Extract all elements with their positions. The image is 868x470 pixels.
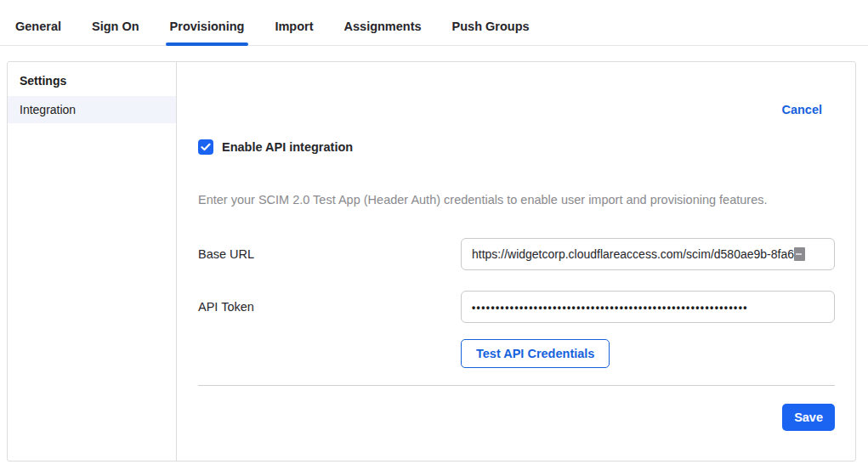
api-token-row: API Token ••••••••••••••••••••••••••••••… <box>198 291 835 323</box>
credentials-description: Enter your SCIM 2.0 Test App (Header Aut… <box>198 193 835 207</box>
test-credentials-row: Test API Credentials <box>198 339 835 368</box>
base-url-value: https://widgetcorp.cloudflareaccess.com/… <box>472 247 794 261</box>
base-url-row: Base URL https://widgetcorp.cloudflareac… <box>198 238 835 270</box>
sidebar-header-settings: Settings <box>8 72 176 96</box>
save-button[interactable]: Save <box>782 404 835 431</box>
base-url-label: Base URL <box>198 247 461 261</box>
form-spacer <box>198 339 461 368</box>
tab-sign-on[interactable]: Sign On <box>88 20 144 45</box>
test-api-credentials-button[interactable]: Test API Credentials <box>461 339 610 368</box>
integration-settings-content: Cancel Enable API integration Enter your… <box>177 62 855 461</box>
app-tab-bar: General Sign On Provisioning Import Assi… <box>0 0 868 46</box>
enable-api-integration-row: Enable API integration <box>198 139 835 155</box>
cancel-button[interactable]: Cancel <box>781 103 822 116</box>
tab-assignments[interactable]: Assignments <box>340 20 426 45</box>
tab-push-groups[interactable]: Push Groups <box>448 20 534 45</box>
check-icon <box>201 143 211 151</box>
provisioning-panel: Settings Integration Cancel Enable API i… <box>7 61 856 462</box>
footer-divider <box>198 385 835 386</box>
sidebar-item-integration[interactable]: Integration <box>8 96 176 123</box>
tab-general[interactable]: General <box>11 20 65 45</box>
text-selection-block <box>794 247 805 261</box>
settings-sidebar: Settings Integration <box>8 62 177 461</box>
save-row: Save <box>198 404 835 431</box>
base-url-input[interactable]: https://widgetcorp.cloudflareaccess.com/… <box>461 238 835 270</box>
api-token-label: API Token <box>198 300 461 314</box>
enable-api-integration-checkbox[interactable] <box>198 139 213 155</box>
api-token-input[interactable]: ••••••••••••••••••••••••••••••••••••••••… <box>461 291 835 323</box>
tab-import[interactable]: Import <box>270 20 317 45</box>
cancel-row: Cancel <box>198 103 835 116</box>
tab-provisioning[interactable]: Provisioning <box>166 20 249 45</box>
enable-api-integration-label: Enable API integration <box>222 140 353 154</box>
